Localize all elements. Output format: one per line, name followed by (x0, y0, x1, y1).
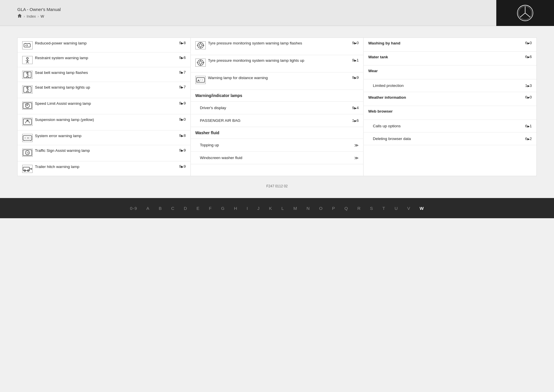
entry-page[interactable]: ≫ (354, 143, 359, 148)
list-item: Web browser (364, 106, 536, 120)
entry-page[interactable]: 9▶1 (352, 58, 359, 62)
index-columns: Reduced-power warning lamp 9▶8 Restraint… (17, 38, 537, 176)
entry-page[interactable]: 6▶0 (525, 95, 532, 99)
entry-label: System error warning lamp (35, 133, 176, 139)
tyre-pressure-flash-icon (195, 41, 206, 49)
alpha-e[interactable]: E (192, 206, 204, 211)
mercedes-logo (496, 0, 554, 26)
column-3: Washing by hand 6▶0 Water tank 6▶6 Wear … (364, 38, 537, 176)
entry-page[interactable]: 6▶2 (525, 137, 532, 141)
document-id: F247 0112 02 (0, 182, 554, 189)
entry-page[interactable]: 9▶7 (179, 70, 186, 74)
list-item: 50 Traffic Sign Assist warning lamp 9▶9 (18, 145, 190, 161)
svg-point-7 (27, 87, 28, 89)
entry-page[interactable]: 9▶0 (352, 41, 359, 45)
list-item: Calls up options 6▶1 (364, 120, 536, 132)
entry-page[interactable]: 6▶6 (525, 55, 532, 59)
list-item: Reduced-power warning lamp 9▶8 (18, 38, 190, 53)
list-item: Limited protection 1▶3 (364, 79, 536, 92)
svg-rect-2 (24, 44, 30, 47)
entry-label: Warning lamp for distance warning (208, 75, 349, 81)
alpha-i[interactable]: I (242, 206, 253, 211)
alpha-f[interactable]: F (204, 206, 216, 211)
list-item: Weather information 6▶0 (364, 92, 536, 106)
svg-point-22 (199, 44, 202, 47)
alpha-m[interactable]: M (289, 206, 302, 211)
list-item: Driver's display 9▶4 (191, 102, 364, 114)
column-1: Reduced-power warning lamp 9▶8 Restraint… (17, 38, 191, 176)
breadcrumb-sep1: › (24, 14, 25, 18)
breadcrumb: › Index › W (17, 14, 61, 19)
entry-page[interactable]: 9▶9 (179, 101, 186, 105)
alpha-l[interactable]: L (277, 206, 289, 211)
header: GLA - Owner's Manual › Index › W (0, 0, 554, 26)
list-item: Windscreen washer fluid ≫ (191, 152, 364, 164)
alpha-h[interactable]: H (229, 206, 242, 211)
alpha-t[interactable]: T (378, 206, 390, 211)
reduced-power-icon (22, 41, 33, 49)
list-item: Wear (364, 66, 536, 79)
alpha-a[interactable]: A (142, 206, 154, 211)
alpha-v[interactable]: V (403, 206, 415, 211)
alpha-o[interactable]: O (315, 206, 327, 211)
svg-point-18 (31, 168, 32, 169)
entry-label: Topping up (200, 143, 352, 147)
alpha-09[interactable]: 0-9 (126, 206, 142, 211)
entry-page[interactable]: 1▶6 (352, 118, 359, 123)
entry-page[interactable]: ≫ (354, 156, 359, 160)
entry-page[interactable]: 6▶1 (525, 124, 532, 128)
entry-page[interactable]: 9▶7 (179, 85, 186, 89)
entry-label: Restraint system warning lamp (35, 55, 176, 61)
entry-label: Traffic Sign Assist warning lamp (35, 148, 176, 154)
entry-label: Limited protection (373, 83, 523, 88)
home-icon[interactable] (17, 14, 22, 19)
entry-page[interactable]: 9▶0 (179, 117, 186, 122)
manual-title: GLA - Owner's Manual (17, 7, 61, 12)
alpha-u[interactable]: U (390, 206, 403, 211)
entry-label: Driver's display (200, 106, 350, 110)
column-2: Tyre pressure monitoring system warning … (191, 38, 364, 176)
entry-label: Reduced-power warning lamp (35, 41, 176, 46)
alpha-g[interactable]: G (216, 206, 229, 211)
breadcrumb-index[interactable]: Index (27, 14, 36, 18)
list-item: Water tank 6▶6 (364, 52, 536, 66)
entry-page[interactable]: 6▶0 (525, 41, 532, 45)
entry-label: Tyre pressure monitoring system warning … (208, 58, 349, 64)
alpha-d[interactable]: D (179, 206, 192, 211)
entry-page[interactable]: 9▶4 (352, 106, 359, 110)
entry-page[interactable]: 9▶9 (352, 75, 359, 80)
speed-limit-icon: SLA (22, 102, 33, 110)
distance-warning-icon (195, 76, 206, 84)
entry-label: Deleting browser data (373, 137, 523, 141)
entry-label: Washing by hand (368, 41, 522, 46)
alpha-q[interactable]: Q (340, 206, 353, 211)
breadcrumb-current: W (41, 14, 44, 18)
alpha-n[interactable]: N (302, 206, 315, 211)
entry-page[interactable]: 9▶8 (179, 133, 186, 138)
alpha-j[interactable]: J (253, 206, 265, 211)
alpha-r[interactable]: R (353, 206, 365, 211)
entry-label: Wear (368, 68, 528, 74)
alpha-p[interactable]: P (327, 206, 340, 211)
entry-label: Calls up options (373, 124, 523, 128)
alpha-s[interactable]: S (365, 206, 378, 211)
entry-label: PASSENGER AIR BAG (200, 118, 350, 123)
entry-page[interactable]: 9▶9 (179, 164, 186, 169)
entry-page[interactable]: 9▶9 (179, 148, 186, 152)
svg-point-24 (199, 61, 202, 64)
list-item: Suspension warning lamp (yellow) 9▶0 (18, 114, 190, 130)
tyre-pressure-light-icon (195, 59, 206, 67)
list-item: Tyre pressure monitoring system warning … (191, 55, 364, 72)
entry-page[interactable]: 9▶8 (179, 41, 186, 45)
alpha-k[interactable]: K (264, 206, 277, 211)
alpha-b[interactable]: B (154, 206, 166, 211)
alpha-c[interactable]: C (166, 206, 179, 211)
list-item: Tyre pressure monitoring system warning … (191, 38, 364, 55)
entry-label: Weather information (368, 95, 522, 100)
entry-page[interactable]: 1▶3 (525, 83, 532, 88)
traffic-sign-icon: 50 (22, 149, 33, 157)
list-item: Seat belt warning lamp flashes 9▶7 (18, 67, 190, 82)
alpha-w[interactable]: W (415, 206, 428, 211)
list-item: Warning lamp for distance warning 9▶9 (191, 72, 364, 90)
entry-page[interactable]: 9▶6 (179, 55, 186, 60)
